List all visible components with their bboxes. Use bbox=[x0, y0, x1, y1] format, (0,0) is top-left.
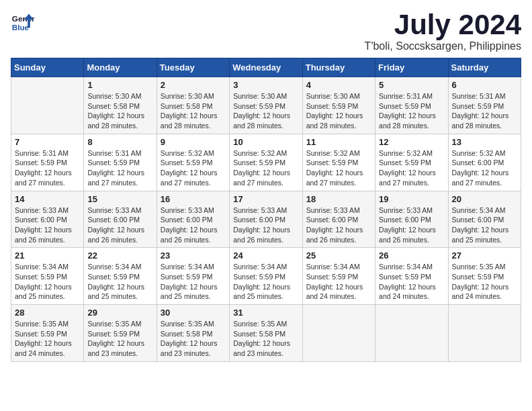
day-info: Sunrise: 5:35 AM Sunset: 5:59 PM Dayligh… bbox=[87, 319, 152, 359]
calendar-week-row: 28Sunrise: 5:35 AM Sunset: 5:59 PM Dayli… bbox=[11, 305, 521, 362]
calendar-cell: 28Sunrise: 5:35 AM Sunset: 5:59 PM Dayli… bbox=[11, 305, 84, 362]
calendar-cell: 19Sunrise: 5:33 AM Sunset: 6:00 PM Dayli… bbox=[375, 191, 448, 248]
day-info: Sunrise: 5:31 AM Sunset: 5:59 PM Dayligh… bbox=[15, 148, 80, 188]
day-number: 14 bbox=[15, 194, 80, 204]
day-info: Sunrise: 5:35 AM Sunset: 5:58 PM Dayligh… bbox=[233, 319, 298, 359]
calendar-cell: 26Sunrise: 5:34 AM Sunset: 5:59 PM Dayli… bbox=[375, 248, 448, 305]
weekday-header-cell: Friday bbox=[375, 58, 448, 77]
day-info: Sunrise: 5:35 AM Sunset: 5:59 PM Dayligh… bbox=[15, 319, 80, 359]
day-number: 23 bbox=[161, 250, 226, 261]
calendar-cell bbox=[302, 305, 375, 362]
calendar-cell: 10Sunrise: 5:32 AM Sunset: 5:59 PM Dayli… bbox=[230, 134, 302, 191]
calendar-cell: 2Sunrise: 5:30 AM Sunset: 5:58 PM Daylig… bbox=[157, 77, 229, 134]
calendar-cell: 31Sunrise: 5:35 AM Sunset: 5:58 PM Dayli… bbox=[230, 305, 302, 362]
day-number: 16 bbox=[161, 194, 226, 204]
day-number: 11 bbox=[306, 137, 371, 147]
calendar-cell: 12Sunrise: 5:32 AM Sunset: 5:59 PM Dayli… bbox=[375, 134, 448, 191]
day-number: 29 bbox=[87, 308, 152, 318]
day-number: 7 bbox=[15, 137, 80, 147]
calendar-week-row: 1Sunrise: 5:30 AM Sunset: 5:58 PM Daylig… bbox=[11, 77, 521, 134]
calendar-week-row: 21Sunrise: 5:34 AM Sunset: 5:59 PM Dayli… bbox=[11, 248, 521, 305]
day-number: 6 bbox=[452, 80, 517, 90]
calendar-cell: 27Sunrise: 5:35 AM Sunset: 5:59 PM Dayli… bbox=[448, 248, 521, 305]
weekday-header-cell: Monday bbox=[84, 58, 157, 77]
day-info: Sunrise: 5:34 AM Sunset: 5:59 PM Dayligh… bbox=[161, 262, 226, 302]
day-number: 22 bbox=[87, 250, 152, 261]
calendar-cell: 23Sunrise: 5:34 AM Sunset: 5:59 PM Dayli… bbox=[157, 248, 229, 305]
day-info: Sunrise: 5:34 AM Sunset: 5:59 PM Dayligh… bbox=[306, 262, 371, 302]
calendar-cell bbox=[11, 77, 84, 134]
calendar-cell: 16Sunrise: 5:33 AM Sunset: 6:00 PM Dayli… bbox=[157, 191, 229, 248]
weekday-header-cell: Saturday bbox=[448, 58, 521, 77]
day-number: 17 bbox=[233, 194, 298, 204]
main-title: July 2024 bbox=[365, 11, 521, 39]
day-info: Sunrise: 5:30 AM Sunset: 5:58 PM Dayligh… bbox=[87, 91, 152, 131]
day-info: Sunrise: 5:34 AM Sunset: 6:00 PM Dayligh… bbox=[452, 205, 517, 245]
calendar-cell: 17Sunrise: 5:33 AM Sunset: 6:00 PM Dayli… bbox=[230, 191, 302, 248]
calendar-body: 1Sunrise: 5:30 AM Sunset: 5:58 PM Daylig… bbox=[11, 77, 521, 362]
calendar-cell: 22Sunrise: 5:34 AM Sunset: 5:59 PM Dayli… bbox=[84, 248, 157, 305]
calendar-cell: 24Sunrise: 5:34 AM Sunset: 5:59 PM Dayli… bbox=[230, 248, 302, 305]
calendar-week-row: 7Sunrise: 5:31 AM Sunset: 5:59 PM Daylig… bbox=[11, 134, 521, 191]
day-info: Sunrise: 5:32 AM Sunset: 5:59 PM Dayligh… bbox=[161, 148, 226, 188]
day-number: 31 bbox=[233, 308, 298, 318]
day-number: 2 bbox=[161, 80, 226, 90]
day-number: 12 bbox=[379, 137, 444, 147]
day-info: Sunrise: 5:34 AM Sunset: 5:59 PM Dayligh… bbox=[233, 262, 298, 302]
day-number: 21 bbox=[15, 250, 80, 261]
day-info: Sunrise: 5:33 AM Sunset: 6:00 PM Dayligh… bbox=[161, 205, 226, 245]
calendar-cell: 25Sunrise: 5:34 AM Sunset: 5:59 PM Dayli… bbox=[302, 248, 375, 305]
calendar-cell: 11Sunrise: 5:32 AM Sunset: 5:59 PM Dayli… bbox=[302, 134, 375, 191]
day-info: Sunrise: 5:33 AM Sunset: 6:00 PM Dayligh… bbox=[233, 205, 298, 245]
weekday-header-cell: Wednesday bbox=[230, 58, 302, 77]
day-info: Sunrise: 5:34 AM Sunset: 5:59 PM Dayligh… bbox=[87, 262, 152, 302]
day-info: Sunrise: 5:33 AM Sunset: 6:00 PM Dayligh… bbox=[15, 205, 80, 245]
subtitle: T'boli, Soccsksargen, Philippines bbox=[365, 40, 521, 52]
day-number: 28 bbox=[15, 308, 80, 318]
weekday-header-cell: Tuesday bbox=[157, 58, 229, 77]
calendar-cell: 15Sunrise: 5:33 AM Sunset: 6:00 PM Dayli… bbox=[84, 191, 157, 248]
svg-text:Blue: Blue bbox=[12, 23, 30, 32]
day-info: Sunrise: 5:35 AM Sunset: 5:59 PM Dayligh… bbox=[452, 262, 517, 302]
calendar-cell: 21Sunrise: 5:34 AM Sunset: 5:59 PM Dayli… bbox=[11, 248, 84, 305]
weekday-header-cell: Thursday bbox=[302, 58, 375, 77]
calendar-cell bbox=[448, 305, 521, 362]
day-number: 9 bbox=[161, 137, 226, 147]
day-info: Sunrise: 5:30 AM Sunset: 5:59 PM Dayligh… bbox=[306, 91, 371, 131]
day-number: 19 bbox=[379, 194, 444, 204]
logo-icon: General Blue bbox=[11, 11, 35, 35]
weekday-header-row: SundayMondayTuesdayWednesdayThursdayFrid… bbox=[11, 58, 521, 77]
calendar-cell: 9Sunrise: 5:32 AM Sunset: 5:59 PM Daylig… bbox=[157, 134, 229, 191]
day-info: Sunrise: 5:32 AM Sunset: 5:59 PM Dayligh… bbox=[306, 148, 371, 188]
calendar-cell: 20Sunrise: 5:34 AM Sunset: 6:00 PM Dayli… bbox=[448, 191, 521, 248]
calendar-cell: 3Sunrise: 5:30 AM Sunset: 5:59 PM Daylig… bbox=[230, 77, 302, 134]
weekday-header-cell: Sunday bbox=[11, 58, 84, 77]
day-number: 18 bbox=[306, 194, 371, 204]
day-info: Sunrise: 5:31 AM Sunset: 5:59 PM Dayligh… bbox=[379, 91, 444, 131]
day-info: Sunrise: 5:31 AM Sunset: 5:59 PM Dayligh… bbox=[87, 148, 152, 188]
day-number: 8 bbox=[87, 137, 152, 147]
header: General Blue July 2024 T'boli, Soccsksar… bbox=[11, 11, 521, 52]
calendar-cell: 30Sunrise: 5:35 AM Sunset: 5:58 PM Dayli… bbox=[157, 305, 229, 362]
calendar: SundayMondayTuesdayWednesdayThursdayFrid… bbox=[11, 58, 521, 362]
day-number: 26 bbox=[379, 250, 444, 261]
day-number: 13 bbox=[452, 137, 517, 147]
day-info: Sunrise: 5:33 AM Sunset: 6:00 PM Dayligh… bbox=[306, 205, 371, 245]
calendar-cell bbox=[375, 305, 448, 362]
day-info: Sunrise: 5:30 AM Sunset: 5:59 PM Dayligh… bbox=[233, 91, 298, 131]
calendar-cell: 5Sunrise: 5:31 AM Sunset: 5:59 PM Daylig… bbox=[375, 77, 448, 134]
calendar-cell: 4Sunrise: 5:30 AM Sunset: 5:59 PM Daylig… bbox=[302, 77, 375, 134]
day-number: 30 bbox=[161, 308, 226, 318]
calendar-cell: 14Sunrise: 5:33 AM Sunset: 6:00 PM Dayli… bbox=[11, 191, 84, 248]
day-info: Sunrise: 5:32 AM Sunset: 5:59 PM Dayligh… bbox=[233, 148, 298, 188]
day-info: Sunrise: 5:32 AM Sunset: 5:59 PM Dayligh… bbox=[379, 148, 444, 188]
logo: General Blue bbox=[11, 11, 35, 35]
day-info: Sunrise: 5:35 AM Sunset: 5:58 PM Dayligh… bbox=[161, 319, 226, 359]
calendar-cell: 8Sunrise: 5:31 AM Sunset: 5:59 PM Daylig… bbox=[84, 134, 157, 191]
day-number: 15 bbox=[87, 194, 152, 204]
title-block: July 2024 T'boli, Soccsksargen, Philippi… bbox=[365, 11, 521, 52]
day-number: 5 bbox=[379, 80, 444, 90]
calendar-cell: 1Sunrise: 5:30 AM Sunset: 5:58 PM Daylig… bbox=[84, 77, 157, 134]
day-info: Sunrise: 5:34 AM Sunset: 5:59 PM Dayligh… bbox=[15, 262, 80, 302]
calendar-cell: 18Sunrise: 5:33 AM Sunset: 6:00 PM Dayli… bbox=[302, 191, 375, 248]
